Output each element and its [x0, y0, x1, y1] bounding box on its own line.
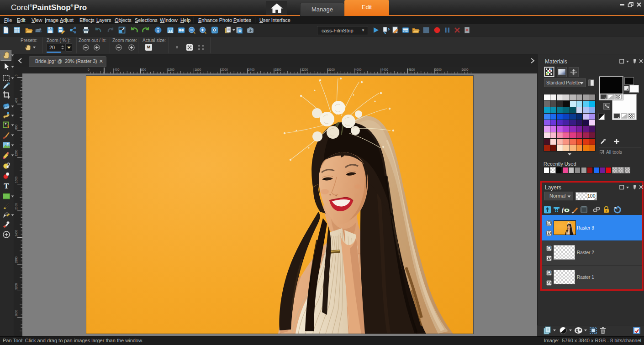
- svg-text:400: 400: [15, 98, 18, 103]
- svg-text:1200: 1200: [168, 68, 175, 71]
- svg-text:2800: 2800: [275, 68, 282, 71]
- svg-text:2000: 2000: [222, 68, 228, 71]
- svg-text:T: T: [4, 182, 9, 190]
- svg-text:3600: 3600: [328, 68, 335, 71]
- svg-text:2800: 2800: [15, 256, 18, 263]
- svg-text:1200: 1200: [15, 150, 18, 157]
- svg-text:2400: 2400: [248, 68, 255, 71]
- svg-text:3200: 3200: [15, 283, 18, 290]
- svg-text:400: 400: [115, 68, 120, 71]
- svg-text:1600: 1600: [15, 176, 18, 183]
- svg-text:2400: 2400: [15, 230, 18, 236]
- svg-text:2000: 2000: [15, 203, 18, 210]
- svg-text:3200: 3200: [301, 68, 308, 71]
- svg-text:3600: 3600: [15, 310, 18, 317]
- svg-text:0: 0: [88, 68, 90, 71]
- svg-text:0: 0: [15, 74, 18, 76]
- svg-text:800: 800: [15, 125, 18, 130]
- svg-text:5600: 5600: [462, 68, 469, 71]
- svg-text:14: 14: [169, 29, 172, 32]
- svg-text:4400: 4400: [382, 68, 389, 71]
- svg-text:800: 800: [141, 68, 146, 71]
- svg-text:1600: 1600: [195, 68, 201, 71]
- svg-text:5200: 5200: [435, 68, 442, 71]
- svg-text:4800: 4800: [408, 68, 415, 71]
- svg-text:4000: 4000: [355, 68, 362, 71]
